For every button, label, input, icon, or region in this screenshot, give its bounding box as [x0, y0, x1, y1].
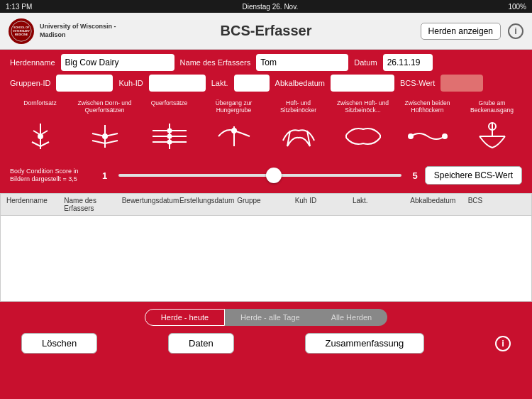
header-right: Herden anzeigen i — [396, 23, 523, 40]
svg-point-30 — [443, 134, 447, 138]
svg-text:SCHOOL OF: SCHOOL OF — [13, 26, 30, 28]
svg-point-24 — [232, 129, 236, 133]
slider-min: 1 — [102, 170, 107, 181]
illus-icon-5 — [333, 121, 393, 158]
gruppen-input[interactable] — [56, 75, 113, 92]
svg-point-9 — [38, 134, 43, 138]
kuh-input[interactable] — [149, 75, 206, 92]
tab-herde-alle-tage[interactable]: Herde - alle Tage — [225, 309, 316, 326]
svg-text:MEDICINE: MEDICINE — [15, 33, 28, 35]
slider-max: 5 — [413, 170, 418, 181]
illus-label-6: Zwischen beiden Hüfthöckern — [397, 99, 458, 114]
illus-label-2: Querfortsätze — [139, 99, 199, 114]
col-lakt: Lakt. — [353, 197, 410, 212]
tab-herde-heute[interactable]: Herde - heute — [145, 309, 225, 326]
illus-labels: Dornfortsatz Zwischen Dorn- und Querfort… — [10, 99, 522, 114]
svg-point-21 — [167, 135, 171, 138]
col-erstellung: Erstellungsdatum — [179, 197, 237, 212]
tab-alle-herden[interactable]: Alle Herden — [316, 309, 387, 326]
table-area: Herdenname Name des Erfassers Bewertungs… — [0, 193, 532, 302]
illus-label-7: Grube am Beckenausgang — [462, 99, 522, 114]
form-row-2: Gruppen-ID Kuh-ID Lakt. Abkalbedatum BCS… — [10, 75, 522, 92]
bottom-tabs: Herde - heute Herde - alle Tage Alle Her… — [0, 306, 532, 329]
logo-text: University of Wisconsin - Madison — [40, 23, 136, 39]
status-bar: 1:13 PM Dienstag 26. Nov. 100% — [0, 0, 532, 13]
form-row-1: Herdenname Name des Erfassers Datum — [10, 54, 522, 71]
illustration-area: Dornfortsatz Zwischen Dorn- und Querfort… — [0, 99, 532, 162]
erfasser-input[interactable] — [256, 54, 348, 71]
status-battery: 100% — [508, 3, 526, 11]
daten-button[interactable]: Daten — [168, 333, 234, 354]
svg-point-15 — [103, 134, 107, 138]
col-bewertung: Bewertungsdatum — [122, 197, 179, 212]
illus-label-5: Zwischen Hüft- und Sitzbeinöck... — [333, 99, 393, 114]
speichere-button[interactable]: Speichere BCS-Wert — [425, 166, 522, 185]
illus-label-4: Hüft- und Sitzbeinöcker — [268, 99, 328, 114]
col-abkal: Abkalbedatum — [410, 197, 467, 212]
illus-label-3: Übergang zur Hungergrube — [204, 99, 264, 114]
illus-icon-3 — [204, 121, 264, 158]
illus-icon-7 — [462, 121, 522, 158]
logo-area: SCHOOL OF VETERINARY MEDICINE University… — [9, 18, 136, 44]
bottom-buttons: Löschen Daten Zusammenfassung i — [0, 329, 532, 359]
slider-thumb[interactable] — [266, 168, 282, 183]
datum-input[interactable] — [383, 54, 433, 71]
logo-circle: SCHOOL OF VETERINARY MEDICINE — [9, 18, 34, 44]
gruppen-label: Gruppen-ID — [10, 79, 50, 87]
svg-line-8 — [40, 142, 49, 146]
svg-point-29 — [409, 134, 413, 138]
zusammenfassung-button[interactable]: Zusammenfassung — [305, 333, 425, 354]
col-herdenname: Herdenname — [6, 197, 64, 212]
app-title: BCS-Erfasser — [136, 23, 396, 39]
col-kuh: Kuh ID — [295, 197, 353, 212]
info-button[interactable]: i — [508, 23, 523, 39]
bottom-info-button[interactable]: i — [495, 336, 511, 351]
col-gruppe: Gruppe — [237, 197, 294, 212]
erfasser-label: Name des Erfassers — [180, 58, 251, 67]
form-area: Herdenname Name des Erfassers Datum Grup… — [0, 50, 532, 99]
illus-label-0: Dornfortsatz — [10, 99, 70, 114]
svg-point-20 — [167, 129, 171, 133]
abkal-label: Abkalbedatum — [275, 79, 325, 87]
illus-icon-0 — [10, 121, 70, 158]
illus-icon-2 — [139, 121, 199, 158]
slider-track[interactable] — [118, 174, 401, 177]
illus-icon-4 — [268, 121, 328, 158]
svg-point-22 — [167, 141, 171, 144]
loeschen-button[interactable]: Löschen — [21, 333, 97, 354]
slider-area: Body Condition Score in Bildern dargeste… — [0, 162, 532, 189]
svg-text:VETERINARY: VETERINARY — [13, 29, 31, 32]
illus-icon-1 — [74, 121, 135, 158]
abkal-input[interactable] — [331, 75, 394, 92]
status-time: 1:13 PM — [6, 3, 32, 11]
header: SCHOOL OF VETERINARY MEDICINE University… — [0, 13, 532, 50]
illus-icons — [10, 116, 522, 162]
herdenname-input[interactable] — [61, 54, 174, 71]
illus-icon-6 — [397, 121, 458, 158]
lakt-label: Lakt. — [211, 79, 228, 87]
table-body — [1, 216, 531, 301]
svg-line-14 — [105, 141, 118, 143]
bcs-wert-display — [440, 75, 483, 92]
col-erfasser: Name des Erfassers — [64, 197, 121, 212]
status-date: Dienstag 26. Nov. — [242, 3, 298, 11]
slider-label: Body Condition Score in Bildern dargeste… — [10, 168, 95, 184]
illus-label-1: Zwischen Dorn- und Querfortsätzen — [74, 99, 135, 114]
bcs-label: BCS-Wert — [400, 79, 435, 87]
col-bcs: BCS — [468, 197, 526, 212]
kuh-label: Kuh-ID — [118, 79, 143, 87]
herdenname-label: Herdenname — [10, 58, 55, 67]
svg-line-13 — [92, 141, 105, 143]
herden-button[interactable]: Herden anzeigen — [421, 23, 501, 40]
svg-line-7 — [32, 142, 40, 146]
table-header: Herdenname Name des Erfassers Bewertungs… — [1, 194, 531, 216]
datum-label: Datum — [354, 58, 377, 67]
lakt-input[interactable] — [234, 75, 270, 92]
